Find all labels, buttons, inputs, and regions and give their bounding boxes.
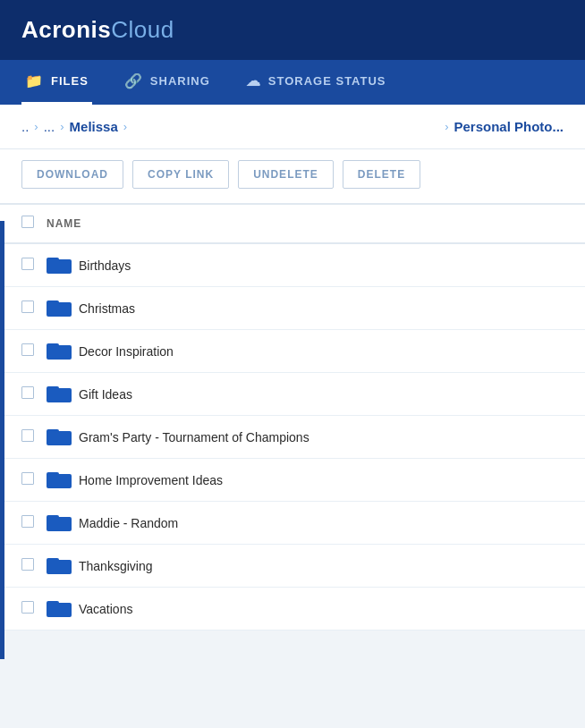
logo: Acronis Cloud [21, 16, 174, 44]
row-checkbox[interactable] [21, 258, 34, 270]
row-checkbox[interactable] [21, 558, 34, 571]
list-item[interactable]: Home Improvement Ideas [0, 459, 585, 502]
row-checkbox-col [21, 258, 47, 274]
folder-icon [47, 554, 72, 574]
folder-name: Maddie - Random [79, 516, 178, 530]
breadcrumb-folder[interactable]: Personal Photo... [454, 119, 564, 134]
breadcrumb-ellipsis[interactable]: ... [44, 119, 55, 134]
folder-icon [47, 597, 72, 617]
folder-icon-col [47, 554, 79, 578]
folder-icon-col [47, 340, 79, 363]
folder-icon-col [47, 426, 79, 449]
row-checkbox[interactable] [21, 301, 34, 313]
file-list: NAME Birthdays Christmas [0, 205, 585, 631]
file-list-header: NAME [0, 205, 585, 244]
folder-icon-col [47, 597, 79, 621]
list-item[interactable]: Christmas [0, 287, 585, 330]
nav-storage-label: STORAGE STATUS [268, 74, 386, 88]
breadcrumb-sep3: › [123, 120, 127, 133]
list-item[interactable]: Gram's Party - Tournament of Champions [0, 416, 585, 459]
folder-name: Christmas [79, 301, 135, 316]
list-item[interactable]: Birthdays [0, 244, 585, 287]
folder-icon [47, 469, 72, 488]
row-checkbox[interactable] [21, 515, 34, 528]
breadcrumb-sep2: › [60, 120, 64, 133]
folder-name: Thanksgiving [79, 559, 153, 573]
breadcrumb-sep4: › [445, 120, 448, 133]
row-checkbox[interactable] [21, 343, 34, 356]
row-checkbox-col [21, 601, 47, 617]
select-all-checkbox[interactable] [21, 216, 34, 228]
row-checkbox[interactable] [21, 472, 34, 485]
cloud-icon: ☁ [246, 72, 261, 89]
row-checkbox[interactable] [21, 386, 34, 399]
folder-icon [47, 426, 72, 445]
folder-name: Home Improvement Ideas [79, 473, 223, 487]
list-item[interactable]: Gift Ideas [0, 373, 585, 416]
main-content: .. › ... › Melissa › › Personal Photo...… [0, 105, 585, 631]
nav-sharing-label: SHARING [150, 74, 210, 88]
folder-name: Decor Inspiration [79, 344, 174, 359]
breadcrumb-melissa[interactable]: Melissa [70, 119, 118, 134]
copy-link-button[interactable]: COPY LINK [132, 160, 229, 189]
delete-button[interactable]: DELETE [343, 160, 420, 189]
folder-name: Gram's Party - Tournament of Champions [79, 430, 309, 444]
folder-icon [47, 340, 72, 360]
folder-icon-col [47, 512, 79, 535]
logo-acronis: Acronis [21, 16, 111, 44]
main-nav: 📁 FILES 🔗 SHARING ☁ STORAGE STATUS [0, 60, 585, 105]
app-header: Acronis Cloud [0, 0, 585, 60]
nav-files[interactable]: 📁 FILES [21, 60, 92, 105]
row-checkbox-col [21, 429, 47, 445]
row-checkbox[interactable] [21, 429, 34, 442]
undelete-button[interactable]: UNDELETE [238, 160, 334, 189]
nav-files-label: FILES [51, 74, 89, 88]
breadcrumb-right: › Personal Photo... [445, 119, 564, 134]
folder-icon-col [47, 383, 79, 406]
breadcrumb-sep1: › [34, 120, 38, 133]
row-checkbox-col [21, 343, 47, 360]
header-checkbox-col [21, 216, 47, 232]
list-item[interactable]: Vacations [0, 588, 585, 631]
folder-icon [47, 297, 72, 317]
row-checkbox-col [21, 386, 47, 402]
row-checkbox-col [21, 472, 47, 488]
row-checkbox-col [21, 301, 47, 317]
folder-icon [47, 254, 72, 274]
sharing-icon: 🔗 [124, 72, 143, 89]
folder-name: Vacations [79, 602, 132, 616]
breadcrumb-back[interactable]: .. [21, 119, 29, 134]
folder-icon-col [47, 297, 79, 320]
list-item[interactable]: Thanksgiving [0, 545, 585, 588]
left-accent-bar [0, 221, 4, 659]
row-checkbox[interactable] [21, 601, 34, 614]
list-item[interactable]: Maddie - Random [0, 502, 585, 545]
folder-icon [47, 512, 72, 531]
list-item[interactable]: Decor Inspiration [0, 330, 585, 373]
folder-icon [47, 383, 72, 402]
name-column-header: NAME [47, 217, 81, 230]
breadcrumb: .. › ... › Melissa › › Personal Photo... [0, 105, 585, 149]
folder-name: Birthdays [79, 258, 131, 273]
folder-icon-col [47, 254, 79, 277]
row-checkbox-col [21, 558, 47, 574]
nav-storage[interactable]: ☁ STORAGE STATUS [242, 60, 390, 105]
nav-sharing[interactable]: 🔗 SHARING [121, 60, 214, 105]
file-rows-container: Birthdays Christmas Decor Inspiration [0, 244, 585, 631]
row-checkbox-col [21, 515, 47, 531]
toolbar: DOWNLOAD COPY LINK UNDELETE DELETE [0, 149, 585, 205]
download-button[interactable]: DOWNLOAD [21, 160, 123, 189]
folder-icon-col [47, 469, 79, 492]
logo-cloud: Cloud [111, 16, 174, 44]
folder-name: Gift Ideas [79, 387, 132, 402]
files-icon: 📁 [25, 72, 44, 89]
